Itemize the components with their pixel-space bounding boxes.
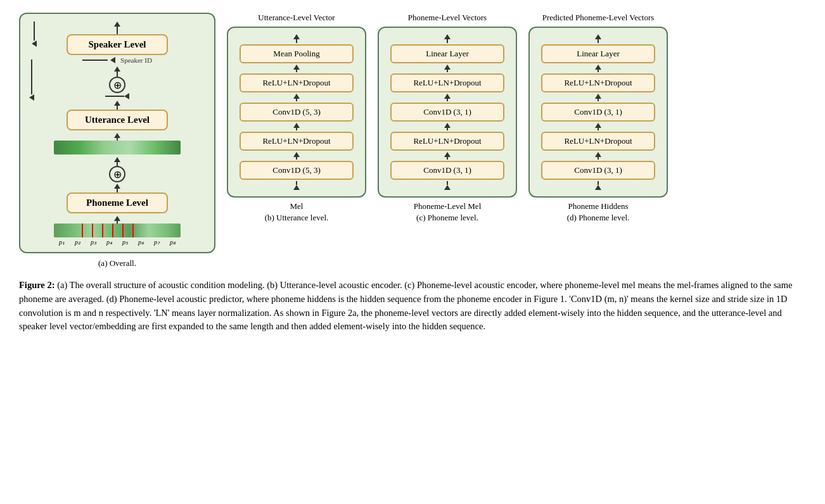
panel-b-block-0: Mean Pooling xyxy=(240,44,354,63)
panel-b-block-4: Conv1D (5, 3) xyxy=(240,161,354,180)
figure-number: Figure 2: xyxy=(19,280,55,290)
speaker-id-label: Speaker ID xyxy=(120,56,152,64)
arrow4 xyxy=(114,157,120,162)
arrow5 xyxy=(114,184,120,189)
figure-caption-text: (a) The overall structure of acoustic co… xyxy=(19,280,792,331)
panel-c-block-0: Linear Layer xyxy=(390,44,504,63)
diagrams-row: Speaker Level Speaker ID ⊕ xyxy=(19,13,806,268)
panel-b: Utterance-Level Vector Mean Pooling ReL xyxy=(227,13,366,223)
arrow3 xyxy=(114,133,120,138)
panel-d-block-3: ReLU+LN+Dropout xyxy=(541,132,655,151)
overall-box: Speaker Level Speaker ID ⊕ xyxy=(19,13,215,253)
panel-b-block-3: ReLU+LN+Dropout xyxy=(240,132,354,151)
panel-c-top-label: Phoneme-Level Vectors xyxy=(408,13,487,23)
panel-d: Predicted Phoneme-Level Vectors Linear L… xyxy=(528,13,668,223)
circle-plus-2: ⊕ xyxy=(109,166,125,182)
panel-d-block-0: Linear Layer xyxy=(541,44,655,63)
panel-b-bottom-label: Mel xyxy=(290,201,304,211)
panel-c: Phoneme-Level Vectors Linear Layer ReLU+… xyxy=(378,13,517,223)
utterance-spectrogram xyxy=(54,141,181,154)
top-arrow xyxy=(114,22,120,27)
panel-d-caption: (d) Phoneme level. xyxy=(567,213,630,223)
speaker-level-box: Speaker Level xyxy=(67,34,168,55)
panel-c-block-1: ReLU+LN+Dropout xyxy=(390,73,504,92)
panel-c-block-3: ReLU+LN+Dropout xyxy=(390,132,504,151)
phoneme-level-box: Phoneme Level xyxy=(67,192,168,213)
arrow2 xyxy=(114,101,120,106)
panel-d-block-4: Conv1D (3, 1) xyxy=(541,161,655,180)
panel-b-top-label: Utterance-Level Vector xyxy=(258,13,335,23)
panel-b-block-1: ReLU+LN+Dropout xyxy=(240,73,354,92)
panel-d-top-label: Predicted Phoneme-Level Vectors xyxy=(542,13,655,23)
panel-c-block-4: Conv1D (3, 1) xyxy=(390,161,504,180)
panel-d-block-1: ReLU+LN+Dropout xyxy=(541,73,655,92)
main-container: Speaker Level Speaker ID ⊕ xyxy=(19,13,806,334)
utterance-level-box: Utterance Level xyxy=(67,110,168,130)
arrow1 xyxy=(114,66,120,72)
phoneme-labels: p₁ p₂ p₃ p₄ p₅ p₆ p₇ p₈ xyxy=(54,239,181,246)
panel-a-caption: (a) Overall. xyxy=(98,258,136,268)
arrow6 xyxy=(114,216,120,221)
panel-d-box: Linear Layer ReLU+LN+Dropout Conv1D (3, … xyxy=(528,27,668,198)
panel-b-caption: (b) Utterance level. xyxy=(265,213,329,223)
panel-a: Speaker Level Speaker ID ⊕ xyxy=(19,13,215,268)
panel-c-bottom-label: Phoneme-Level Mel xyxy=(414,201,482,211)
phoneme-spectrogram xyxy=(54,224,181,237)
figure-caption: Figure 2: (a) The overall structure of a… xyxy=(19,279,805,334)
panel-c-caption: (c) Phoneme level. xyxy=(416,213,478,223)
panel-d-block-2: Conv1D (3, 1) xyxy=(541,103,655,122)
panel-c-block-2: Conv1D (3, 1) xyxy=(390,103,504,122)
panel-b-box: Mean Pooling ReLU+LN+Dropout Conv1D (5, … xyxy=(227,27,366,198)
panel-d-bottom-label: Phoneme Hiddens xyxy=(568,201,629,211)
circle-plus-1: ⊕ xyxy=(109,77,125,93)
panel-b-block-2: Conv1D (5, 3) xyxy=(240,103,354,122)
panel-c-box: Linear Layer ReLU+LN+Dropout Conv1D (3, … xyxy=(378,27,517,198)
